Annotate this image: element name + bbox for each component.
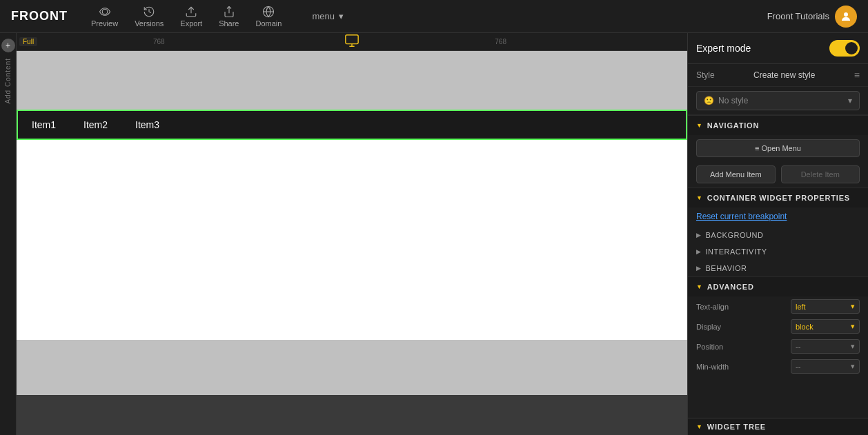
interactivity-caret-icon: ▶: [696, 248, 702, 255]
toggle-knob: [845, 42, 858, 54]
breakpoint-full[interactable]: Full: [19, 37, 37, 46]
domain-button[interactable]: Domain: [248, 3, 288, 30]
page-section-white: [17, 140, 687, 340]
behavior-label: BEHAVIOR: [706, 264, 747, 272]
no-style-select[interactable]: 🙁 No style ▾: [696, 91, 860, 110]
navigation-section-header[interactable]: ▼ NAVIGATION: [688, 115, 868, 135]
style-label: Style: [696, 70, 715, 80]
nav-item-2[interactable]: Item2: [83, 119, 108, 130]
add-content-label[interactable]: Add Content: [4, 58, 12, 104]
display-label: Display: [696, 323, 785, 331]
display-row: Display block ▾: [688, 316, 868, 336]
ruler-bar: Full 768 768: [17, 33, 687, 51]
avatar[interactable]: [835, 6, 857, 28]
app-logo: FROONT: [11, 9, 68, 23]
min-width-chevron-icon: ▾: [851, 362, 855, 371]
nav-item-1[interactable]: Item1: [32, 119, 56, 130]
expert-mode-label: Expert mode: [696, 43, 751, 54]
text-align-label: Text-align: [696, 303, 785, 311]
ruler-768-right: 768: [495, 38, 506, 45]
ruler-768-left: 768: [153, 38, 165, 45]
add-menu-item-button[interactable]: Add Menu Item: [696, 165, 776, 183]
menu-button[interactable]: menu ▾: [305, 8, 351, 24]
container-widget-props-label: CONTAINER WIDGET PROPERTIES: [707, 194, 850, 202]
export-button[interactable]: Export: [173, 3, 209, 30]
monitor-icon: [344, 33, 359, 51]
canvas-inner: Item1 Item2 Item3: [17, 51, 687, 435]
navbar: FROONT Preview Versions Export Share Dom…: [0, 0, 868, 33]
preview-button[interactable]: Preview: [84, 3, 125, 30]
style-menu-icon[interactable]: ≡: [854, 70, 860, 81]
open-menu-row: ≡ Open Menu: [688, 135, 868, 161]
canvas-area: Full 768 768 Item1 Item2 Item3: [17, 33, 687, 435]
chevron-down-icon: ▾: [848, 96, 852, 105]
navigation-arrow-icon: ▼: [696, 122, 703, 129]
menu-item-buttons-row: Add Menu Item Delete Item: [688, 161, 868, 188]
nav-items: Preview Versions Export Share Domain: [84, 3, 288, 30]
display-select[interactable]: block ▾: [791, 319, 860, 334]
page-section-gray-top: [17, 51, 687, 110]
behavior-caret-icon: ▶: [696, 265, 702, 272]
svg-rect-6: [346, 34, 358, 43]
background-caret-icon: ▶: [696, 232, 702, 239]
no-style-label: No style: [718, 96, 748, 105]
no-style-row: 🙁 No style ▾: [688, 87, 868, 115]
open-menu-button[interactable]: ≡ Open Menu: [696, 139, 860, 157]
page-nav-bar[interactable]: Item1 Item2 Item3: [17, 110, 687, 140]
svg-point-5: [844, 12, 848, 17]
container-props-arrow-icon: ▼: [696, 194, 703, 201]
min-width-row: Min-width -- ▾: [688, 356, 868, 376]
position-chevron-icon: ▾: [851, 342, 855, 351]
advanced-label: ADVANCED: [707, 283, 754, 291]
text-align-row: Text-align left ▾: [688, 296, 868, 316]
position-select[interactable]: -- ▾: [791, 339, 860, 354]
navigation-label: NAVIGATION: [707, 121, 759, 130]
left-sidebar: + Add Content: [0, 33, 17, 435]
expert-mode-toggle[interactable]: [829, 40, 860, 57]
page-section-gray-bottom: [17, 340, 687, 395]
background-label: BACKGROUND: [706, 231, 764, 239]
add-content-plus-button[interactable]: +: [1, 39, 15, 52]
main-layout: + Add Content Full 768 768 Item1 Item2 I…: [0, 33, 868, 435]
svg-point-0: [102, 9, 108, 14]
text-align-select[interactable]: left ▾: [791, 299, 860, 314]
text-align-chevron-icon: ▾: [851, 302, 855, 311]
canvas-content[interactable]: Item1 Item2 Item3: [17, 51, 687, 435]
chevron-down-icon: ▾: [339, 11, 344, 21]
display-chevron-icon: ▾: [851, 322, 855, 331]
style-row: Style Create new style ≡: [688, 64, 868, 87]
min-width-label: Min-width: [696, 363, 785, 371]
min-width-select[interactable]: -- ▾: [791, 359, 860, 374]
delete-item-button[interactable]: Delete Item: [781, 165, 860, 183]
interactivity-section[interactable]: ▶ INTERACTIVITY: [688, 243, 868, 260]
widget-tree-arrow-icon: ▼: [696, 423, 703, 430]
versions-button[interactable]: Versions: [128, 3, 170, 30]
position-row: Position -- ▾: [688, 336, 868, 356]
interactivity-label: INTERACTIVITY: [706, 247, 767, 256]
position-label: Position: [696, 343, 785, 351]
share-button[interactable]: Share: [212, 3, 246, 30]
widget-tree-section[interactable]: ▼ WIDGET TREE: [688, 418, 868, 435]
nav-item-3[interactable]: Item3: [135, 119, 159, 130]
container-widget-props-header[interactable]: ▼ CONTAINER WIDGET PROPERTIES: [688, 188, 868, 208]
expert-mode-header: Expert mode: [688, 33, 868, 64]
widget-tree-label: WIDGET TREE: [707, 423, 766, 431]
advanced-arrow-icon: ▼: [696, 283, 703, 290]
create-new-style-button[interactable]: Create new style: [753, 70, 815, 80]
advanced-section-header[interactable]: ▼ ADVANCED: [688, 276, 868, 296]
right-panel: Expert mode Style Create new style ≡ 🙁 N…: [687, 33, 868, 435]
background-section[interactable]: ▶ BACKGROUND: [688, 227, 868, 243]
user-info: Froont Tutorials: [767, 6, 857, 28]
behavior-section[interactable]: ▶ BEHAVIOR: [688, 260, 868, 276]
reset-breakpoint-link[interactable]: Reset current breakpoint: [688, 208, 868, 227]
sad-face-icon: 🙁: [704, 96, 714, 105]
